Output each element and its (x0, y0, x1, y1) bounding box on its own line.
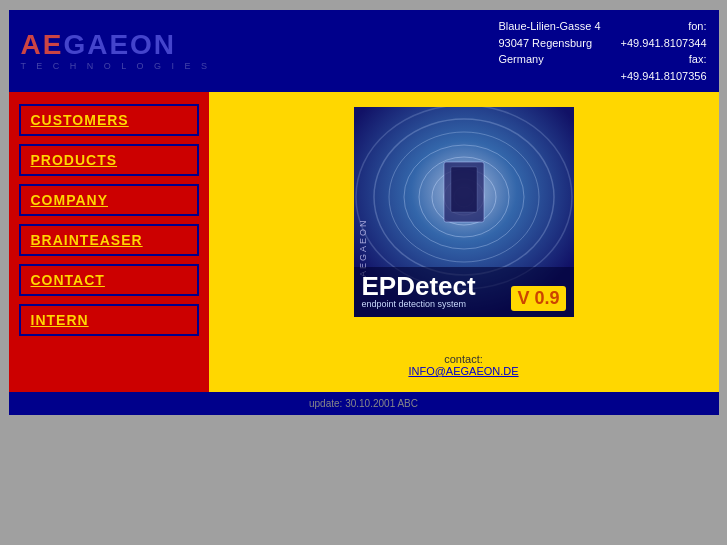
product-overlay: EPDetect endpoint detection system V 0.9 (354, 267, 574, 317)
product-name-block: EPDetect endpoint detection system (362, 273, 476, 311)
product-brand-vertical: AEGAEON (358, 167, 368, 277)
header-right: Blaue-Lilien-Gasse 4 93047 Regensburg Ge… (498, 18, 706, 84)
logo-subtitle: T E C H N O L O G I E S (21, 61, 212, 71)
nav-customers[interactable]: CUSTOMERS (19, 104, 199, 136)
bottom-gray-area (0, 425, 727, 495)
main-content: CUSTOMERS PRODUCTS COMPANY BRAINTEASER C… (9, 92, 719, 392)
header: AEGAEON T E C H N O L O G I E S Blaue-Li… (9, 10, 719, 92)
product-subtitle: endpoint detection system (362, 299, 476, 311)
logo-text: AEGAEON (21, 31, 212, 59)
fax-number: +49.941.8107356 (621, 68, 707, 85)
contact-info: contact: INFO@AEGAEON.DE (408, 353, 518, 377)
address-country: Germany (498, 51, 600, 68)
address-city: 93047 Regensburg (498, 35, 600, 52)
contact-label: contact: (444, 353, 483, 365)
header-address: Blaue-Lilien-Gasse 4 93047 Regensburg Ge… (498, 18, 600, 84)
product-image: AEGAEON EPDetect endpoint detection syst… (354, 107, 574, 317)
center-content: AEGAEON EPDetect endpoint detection syst… (209, 92, 719, 392)
nav-company[interactable]: COMPANY (19, 184, 199, 216)
update-text: update: 30.10.2001 ABC (309, 398, 418, 409)
fax-label: fax: (621, 51, 707, 68)
fon-label: fon: (621, 18, 707, 35)
nav-brainteaser[interactable]: BRAINTEASER (19, 224, 199, 256)
svg-rect-10 (451, 167, 477, 212)
address-street: Blaue-Lilien-Gasse 4 (498, 18, 600, 35)
fon-label-text: fon: (688, 20, 706, 32)
footer-bar: update: 30.10.2001 ABC (9, 392, 719, 415)
fon-number: +49.941.8107344 (621, 35, 707, 52)
main-window: AEGAEON T E C H N O L O G I E S Blaue-Li… (9, 10, 719, 415)
contact-email[interactable]: INFO@AEGAEON.DE (408, 365, 518, 377)
nav-intern[interactable]: INTERN (19, 304, 199, 336)
nav-products[interactable]: PRODUCTS (19, 144, 199, 176)
header-phone: fon: +49.941.8107344 fax: +49.941.810735… (621, 18, 707, 84)
product-name: EPDetect (362, 273, 476, 299)
logo: AEGAEON T E C H N O L O G I E S (21, 31, 212, 71)
sidebar: CUSTOMERS PRODUCTS COMPANY BRAINTEASER C… (9, 92, 209, 392)
product-version: V 0.9 (511, 286, 565, 311)
nav-contact[interactable]: CONTACT (19, 264, 199, 296)
